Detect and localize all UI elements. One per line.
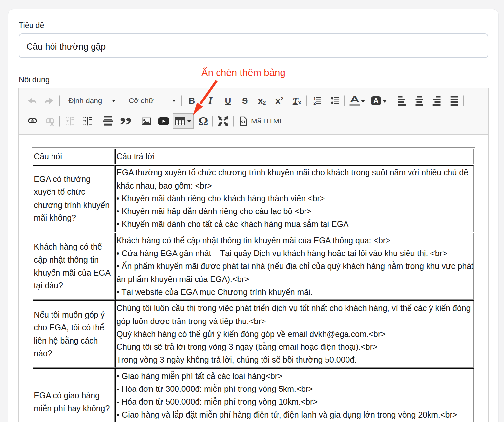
svg-text:2: 2 (314, 101, 316, 105)
svg-text:1: 1 (314, 97, 316, 101)
